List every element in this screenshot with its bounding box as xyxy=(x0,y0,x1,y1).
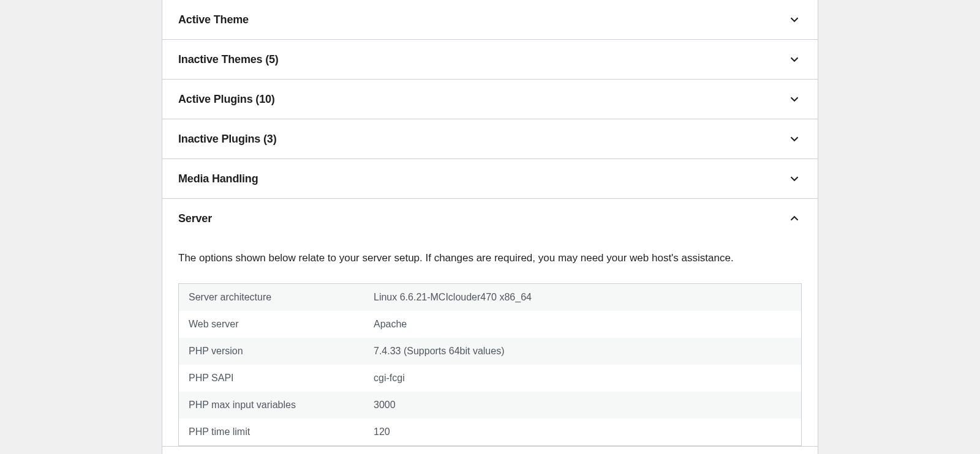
info-label: PHP SAPI xyxy=(179,365,364,392)
accordion-header-inactive-themes[interactable]: Inactive Themes (5) xyxy=(162,40,818,79)
accordion-title: Inactive Themes (5) xyxy=(178,53,279,66)
accordion-title: Active Theme xyxy=(178,13,249,26)
info-label: Web server xyxy=(179,311,364,338)
accordion-body-server: The options shown below relate to your s… xyxy=(162,238,818,446)
table-row: Web server Apache xyxy=(179,311,801,338)
info-value: Linux 6.6.21-MCIclouder470 x86_64 xyxy=(364,284,801,311)
accordion-header-active-theme[interactable]: Active Theme xyxy=(162,0,818,39)
info-label: Server architecture xyxy=(179,284,364,311)
server-info-table: Server architecture Linux 6.6.21-MCIclou… xyxy=(178,283,802,446)
chevron-down-icon xyxy=(787,92,802,106)
chevron-down-icon xyxy=(787,52,802,67)
accordion-server: Server The options shown below relate to… xyxy=(162,199,818,447)
accordion-title: Media Handling xyxy=(178,173,258,185)
server-description: The options shown below relate to your s… xyxy=(178,250,802,266)
table-row: Server architecture Linux 6.6.21-MCIclou… xyxy=(179,284,801,311)
chevron-down-icon xyxy=(787,132,802,146)
site-health-panel: Active Theme Inactive Themes (5) Active … xyxy=(162,0,818,454)
table-row: PHP time limit 120 xyxy=(179,419,801,445)
info-value: cgi-fcgi xyxy=(364,365,801,392)
info-label: PHP version xyxy=(179,338,364,365)
chevron-down-icon xyxy=(787,171,802,186)
accordion-title: Active Plugins (10) xyxy=(178,93,275,106)
table-row: PHP max input variables 3000 xyxy=(179,392,801,419)
info-value: 7.4.33 (Supports 64bit values) xyxy=(364,338,801,365)
info-value: 120 xyxy=(364,419,801,445)
accordion-media-handling: Media Handling xyxy=(162,159,818,199)
table-row: PHP version 7.4.33 (Supports 64bit value… xyxy=(179,338,801,365)
accordion-title: Server xyxy=(178,212,212,225)
table-row: PHP SAPI cgi-fcgi xyxy=(179,365,801,392)
accordion-active-plugins: Active Plugins (10) xyxy=(162,80,818,119)
accordion-inactive-plugins: Inactive Plugins (3) xyxy=(162,119,818,159)
chevron-up-icon xyxy=(787,211,802,226)
info-label: PHP max input variables xyxy=(179,392,364,419)
info-label: PHP time limit xyxy=(179,419,364,445)
accordion-inactive-themes: Inactive Themes (5) xyxy=(162,40,818,80)
accordion-active-theme: Active Theme xyxy=(162,0,818,40)
accordion-header-inactive-plugins[interactable]: Inactive Plugins (3) xyxy=(162,119,818,158)
accordion-title: Inactive Plugins (3) xyxy=(178,133,276,146)
info-value: 3000 xyxy=(364,392,801,419)
chevron-down-icon xyxy=(787,12,802,27)
accordion-header-server[interactable]: Server xyxy=(162,199,818,238)
accordion-header-media-handling[interactable]: Media Handling xyxy=(162,159,818,198)
accordion-header-active-plugins[interactable]: Active Plugins (10) xyxy=(162,80,818,119)
info-value: Apache xyxy=(364,311,801,338)
